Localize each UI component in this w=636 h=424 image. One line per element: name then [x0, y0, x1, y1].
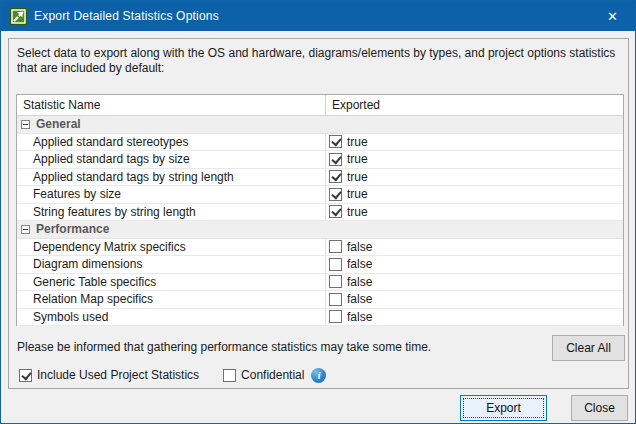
statistic-name-cell: Symbols used: [17, 310, 325, 324]
table-row[interactable]: Generic Table specificsfalse: [17, 274, 623, 292]
table-row[interactable]: Applied standard tags by sizetrue: [17, 151, 623, 169]
statistic-name-cell: Applied standard tags by string length: [17, 170, 325, 184]
collapse-icon[interactable]: [21, 225, 30, 234]
table-group-row[interactable]: General: [17, 116, 623, 134]
close-button[interactable]: Close: [571, 395, 628, 421]
exported-cell: false: [325, 309, 623, 326]
titlebar[interactable]: Export Detailed Statistics Options ✕: [1, 1, 635, 31]
exported-value-label: true: [347, 205, 368, 219]
exported-cell: false: [325, 239, 623, 256]
confidential-option[interactable]: Confidential i: [223, 368, 326, 383]
table-header: Statistic Name Exported: [17, 95, 623, 116]
exported-checkbox[interactable]: [329, 188, 342, 201]
exported-checkbox[interactable]: [329, 153, 342, 166]
exported-cell: true: [325, 204, 623, 221]
table-row[interactable]: Features by sizetrue: [17, 186, 623, 204]
export-statistics-dialog: Export Detailed Statistics Options ✕ Sel…: [0, 0, 636, 424]
statistic-name-cell: String features by string length: [17, 205, 325, 219]
statistic-name-cell: Relation Map specifics: [17, 292, 325, 306]
exported-value-label: true: [347, 152, 368, 166]
include-used-project-statistics-label: Include Used Project Statistics: [37, 368, 199, 382]
performance-note: Please be informed that gathering perfor…: [17, 340, 547, 354]
close-icon[interactable]: ✕: [590, 1, 635, 31]
exported-cell: true: [325, 151, 623, 168]
exported-checkbox[interactable]: [329, 275, 342, 288]
statistic-name-cell: Applied standard tags by size: [17, 152, 325, 166]
confidential-checkbox[interactable]: [223, 369, 236, 382]
exported-checkbox[interactable]: [329, 135, 342, 148]
exported-value-label: true: [347, 187, 368, 201]
include-used-project-statistics-checkbox[interactable]: [19, 369, 32, 382]
exported-value-label: false: [347, 257, 372, 271]
content-panel: Select data to export along with the OS …: [8, 38, 629, 389]
exported-checkbox[interactable]: [329, 310, 342, 323]
exported-value-label: false: [347, 240, 372, 254]
collapse-icon[interactable]: [21, 120, 30, 129]
group-name: General: [36, 117, 81, 131]
table-row[interactable]: Diagram dimensionsfalse: [17, 256, 623, 274]
statistic-name-cell: Dependency Matrix specifics: [17, 240, 325, 254]
exported-cell: true: [325, 169, 623, 186]
column-header-exported[interactable]: Exported: [325, 95, 623, 115]
statistic-name-cell: Features by size: [17, 187, 325, 201]
column-header-statistic-name[interactable]: Statistic Name: [17, 95, 325, 115]
table-row[interactable]: Relation Map specificsfalse: [17, 291, 623, 309]
include-used-project-statistics-option[interactable]: Include Used Project Statistics: [19, 368, 199, 382]
exported-checkbox[interactable]: [329, 205, 342, 218]
table-row[interactable]: Symbols usedfalse: [17, 309, 623, 327]
export-button[interactable]: Export: [460, 395, 547, 421]
exported-cell: false: [325, 256, 623, 273]
table-row[interactable]: Dependency Matrix specificsfalse: [17, 239, 623, 257]
table-row[interactable]: Applied standard tags by string lengthtr…: [17, 169, 623, 187]
exported-cell: false: [325, 291, 623, 308]
exported-value-label: false: [347, 310, 372, 324]
exported-checkbox[interactable]: [329, 258, 342, 271]
statistic-name-cell: Applied standard stereotypes: [17, 135, 325, 149]
exported-checkbox[interactable]: [329, 293, 342, 306]
table-group-row[interactable]: Performance: [17, 221, 623, 239]
exported-value-label: true: [347, 170, 368, 184]
exported-value-label: false: [347, 292, 372, 306]
table-body: GeneralApplied standard stereotypestrueA…: [17, 116, 623, 326]
statistic-name-cell: Diagram dimensions: [17, 257, 325, 271]
exported-checkbox[interactable]: [329, 240, 342, 253]
group-name: Performance: [36, 222, 109, 236]
window-title: Export Detailed Statistics Options: [34, 9, 219, 23]
info-icon[interactable]: i: [311, 368, 326, 383]
dialog-description: Select data to export along with the OS …: [17, 46, 619, 76]
exported-cell: true: [325, 134, 623, 151]
clear-all-button[interactable]: Clear All: [552, 335, 625, 361]
statistics-table[interactable]: Statistic Name Exported GeneralApplied s…: [16, 94, 624, 326]
options-row: Include Used Project Statistics Confiden…: [19, 367, 326, 383]
confidential-label: Confidential: [241, 368, 304, 382]
table-row[interactable]: String features by string lengthtrue: [17, 204, 623, 222]
statistic-name-cell: Generic Table specifics: [17, 275, 325, 289]
exported-value-label: false: [347, 275, 372, 289]
exported-cell: false: [325, 274, 623, 291]
exported-checkbox[interactable]: [329, 170, 342, 183]
table-row[interactable]: Applied standard stereotypestrue: [17, 134, 623, 152]
exported-cell: true: [325, 186, 623, 203]
app-icon: [10, 8, 27, 25]
exported-value-label: true: [347, 135, 368, 149]
